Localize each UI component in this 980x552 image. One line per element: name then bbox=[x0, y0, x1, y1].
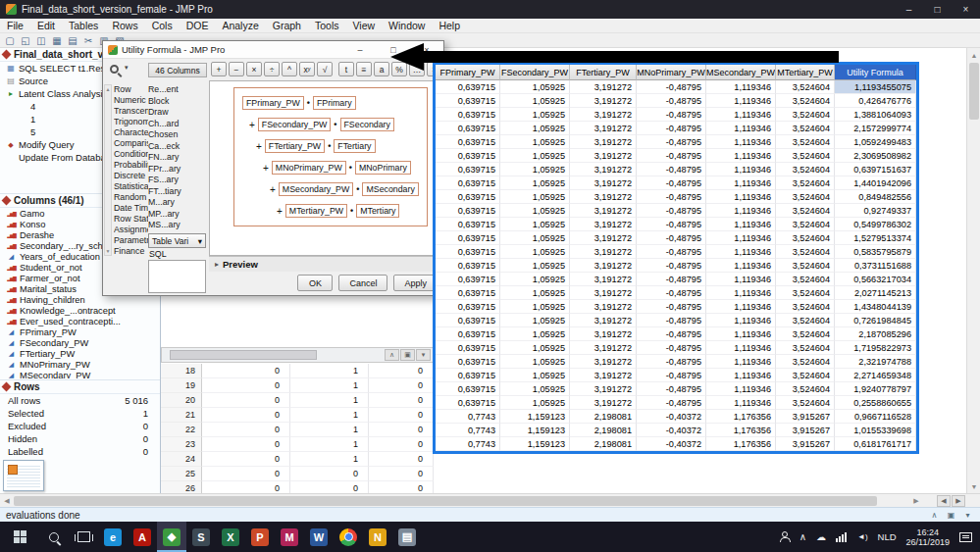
table-cell[interactable]: 0,426476776 bbox=[835, 94, 916, 108]
taskbar-app-magenta[interactable]: M bbox=[275, 522, 304, 552]
plus-operator[interactable]: + bbox=[263, 163, 269, 174]
rows-panel-header[interactable]: Rows bbox=[0, 380, 160, 394]
table-cell[interactable]: 3,191272 bbox=[570, 135, 637, 149]
table-cell[interactable]: 3,191272 bbox=[570, 341, 637, 355]
table-cell[interactable]: 0,639715 bbox=[436, 369, 500, 382]
plus-operator[interactable]: + bbox=[256, 141, 262, 152]
table-cell[interactable]: -0,48795 bbox=[637, 135, 706, 149]
functions-scrollbar[interactable]: ▲▼ bbox=[104, 84, 112, 256]
sql-list-box[interactable] bbox=[148, 260, 206, 293]
taskbar-acrobat-reader[interactable]: A bbox=[128, 522, 157, 552]
menu-tables[interactable]: Tables bbox=[62, 19, 105, 32]
column-header-msecondary_pw[interactable]: MSecondary_PW bbox=[706, 65, 776, 80]
plus-operator[interactable]: + bbox=[249, 120, 255, 130]
table-cell[interactable]: 3,191272 bbox=[570, 327, 637, 341]
table-cell[interactable]: 0,639715 bbox=[436, 204, 500, 218]
keypad-button[interactable]: t bbox=[338, 62, 354, 76]
table-cell[interactable]: 3,524604 bbox=[776, 204, 835, 218]
table-cell[interactable]: 3,524604 bbox=[776, 286, 835, 300]
panel-control[interactable]: ▣ bbox=[400, 349, 415, 361]
table-cell[interactable]: -0,48795 bbox=[637, 341, 706, 355]
table-cell[interactable]: 1,159123 bbox=[500, 410, 570, 424]
table-cell[interactable]: 1,05925 bbox=[500, 355, 570, 369]
table-cell[interactable]: -0,40372 bbox=[637, 424, 706, 437]
table-cell[interactable]: 1 bbox=[290, 364, 369, 378]
table-cell[interactable]: 1,05925 bbox=[500, 231, 570, 245]
dialog-column-item[interactable]: Ca...eck bbox=[148, 141, 207, 153]
taskbar-app-yellow[interactable]: N bbox=[363, 522, 392, 552]
task-view-button[interactable] bbox=[69, 522, 98, 552]
function-category[interactable]: Finance bbox=[114, 246, 148, 257]
menu-tools[interactable]: Tools bbox=[308, 19, 346, 32]
cancel-button[interactable]: Cancel bbox=[338, 275, 387, 291]
keypad-button[interactable]: × bbox=[246, 62, 262, 76]
table-cell[interactable]: 0,639715 bbox=[436, 314, 500, 327]
table-cell[interactable]: -0,40372 bbox=[637, 410, 706, 424]
table-cell[interactable]: 3,191272 bbox=[570, 382, 637, 396]
table-cell[interactable]: 1,05925 bbox=[500, 327, 570, 341]
function-category[interactable]: Statistical bbox=[114, 181, 148, 192]
row-number[interactable]: 24 bbox=[161, 452, 202, 467]
dialog-column-item[interactable]: FN...ary bbox=[148, 152, 207, 164]
table-cell[interactable]: 0,639715 bbox=[436, 259, 500, 273]
formula-canvas[interactable]: FPrimary_PW•FPrimary+FSecondary_PW•FSeco… bbox=[209, 80, 444, 256]
table-cell[interactable]: -0,48795 bbox=[637, 163, 706, 176]
table-cell[interactable]: 0,639715 bbox=[436, 122, 500, 135]
function-category[interactable]: Numeric bbox=[114, 95, 148, 106]
table-cell[interactable]: -0,48795 bbox=[637, 314, 706, 327]
table-cell[interactable]: 1,05925 bbox=[500, 163, 570, 176]
table-cell[interactable]: 0 bbox=[369, 423, 434, 437]
table-cell[interactable]: 1,119346 bbox=[706, 80, 776, 94]
table-cell[interactable]: 1,05925 bbox=[500, 396, 570, 410]
table-cell[interactable]: 1,119346 bbox=[706, 231, 776, 245]
table-cell[interactable]: 3,524604 bbox=[776, 108, 835, 122]
dialog-column-item[interactable]: Block bbox=[148, 96, 207, 108]
function-category[interactable]: Assignment bbox=[114, 225, 148, 235]
table-cell[interactable]: 3,524604 bbox=[776, 122, 835, 135]
table-cell[interactable]: 1,119346 bbox=[706, 163, 776, 176]
table-cell[interactable]: 0,2558860655 bbox=[835, 396, 916, 410]
formula-column-ref[interactable]: FTertiary bbox=[334, 139, 375, 153]
table-cell[interactable]: 0,639715 bbox=[436, 80, 500, 94]
row-number[interactable]: 21 bbox=[161, 408, 202, 423]
table-cell[interactable]: 0,3731151688 bbox=[835, 259, 916, 273]
table-cell[interactable]: 3,191272 bbox=[570, 176, 637, 190]
table-cell[interactable]: 1,7195822973 bbox=[835, 341, 916, 355]
menu-edit[interactable]: Edit bbox=[30, 19, 62, 32]
table-cell[interactable]: 3,524604 bbox=[776, 259, 835, 273]
table-cell[interactable]: 0,5663217034 bbox=[835, 273, 916, 286]
table-cell[interactable]: 3,191272 bbox=[570, 122, 637, 135]
table-cell[interactable]: 0 bbox=[202, 452, 290, 467]
table-cell[interactable]: -0,48795 bbox=[637, 396, 706, 410]
table-cell[interactable]: 0 bbox=[369, 393, 434, 408]
plus-operator[interactable]: + bbox=[270, 184, 276, 195]
keypad-button[interactable]: − bbox=[229, 62, 244, 76]
table-cell[interactable]: 3,524604 bbox=[776, 135, 835, 149]
table-cell[interactable]: 2,187085296 bbox=[835, 327, 916, 341]
table-cell[interactable]: 3,915267 bbox=[776, 410, 835, 424]
table-cell[interactable]: -0,48795 bbox=[637, 218, 706, 231]
table-cell[interactable]: 1,05925 bbox=[500, 300, 570, 314]
table-cell[interactable]: 3,191272 bbox=[570, 204, 637, 218]
table-cell[interactable]: 0,639715 bbox=[436, 108, 500, 122]
minimize-button[interactable]: – bbox=[895, 0, 923, 19]
new-icon[interactable]: ▢ bbox=[3, 34, 17, 47]
function-category[interactable]: Transcendental bbox=[114, 106, 148, 117]
column-scroll-right-button[interactable]: ▶ bbox=[952, 495, 965, 507]
table-cell[interactable]: -0,48795 bbox=[637, 108, 706, 122]
table-cell[interactable]: 0,92749337 bbox=[835, 204, 916, 218]
table-cell[interactable]: 1,0592499483 bbox=[835, 135, 916, 149]
table-cell[interactable]: 3,191272 bbox=[570, 314, 637, 327]
table-cell[interactable]: 0 bbox=[202, 393, 290, 408]
taskbar-word[interactable]: W bbox=[304, 522, 334, 552]
table-cell[interactable]: 0 bbox=[202, 467, 290, 481]
table-cell[interactable]: 0 bbox=[369, 364, 434, 378]
table-cell[interactable]: -0,48795 bbox=[637, 369, 706, 382]
function-category[interactable]: Row State bbox=[114, 214, 148, 225]
table-cell[interactable]: 1,05925 bbox=[500, 273, 570, 286]
menu-window[interactable]: Window bbox=[382, 19, 432, 32]
formula-column-ref[interactable]: MSecondary bbox=[362, 182, 418, 196]
row-number[interactable]: 20 bbox=[161, 393, 202, 408]
table-cell[interactable]: 1,05925 bbox=[500, 204, 570, 218]
table-cell[interactable]: 1,05925 bbox=[500, 286, 570, 300]
